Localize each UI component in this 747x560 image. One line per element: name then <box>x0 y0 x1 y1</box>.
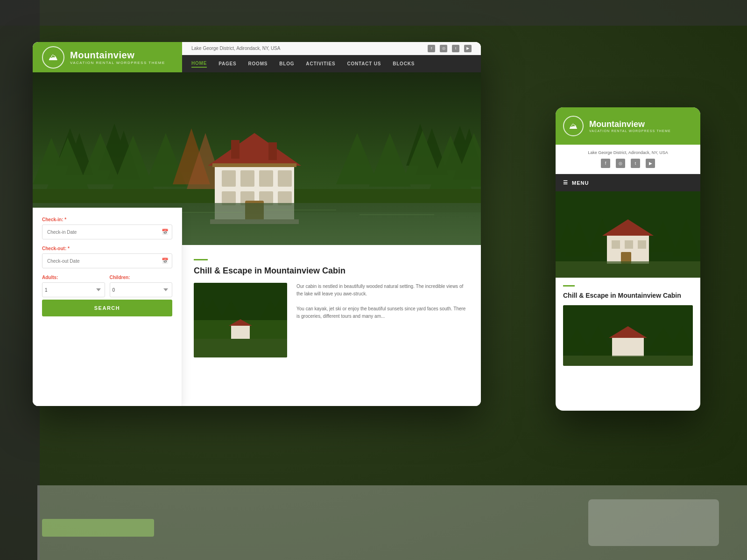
twitter-icon[interactable]: t <box>452 45 459 52</box>
svg-rect-60 <box>612 240 620 249</box>
mobile-content-title: Chill & Escape in Mountainview Cabin <box>563 291 693 300</box>
mobile-header: ⛰ Mountainview VACATION RENTAL WORDPRESS… <box>556 107 700 145</box>
mobile-twitter-icon[interactable]: t <box>631 159 640 168</box>
checkin-input[interactable] <box>42 224 172 239</box>
adults-label: Adults: <box>42 275 105 280</box>
mobile-content-image <box>563 305 693 366</box>
mobile-location: Lake George District, Adirondack, NY, US… <box>563 150 693 155</box>
mobile-brand-tagline: VACATION RENTAL WORDPRESS THEME <box>589 129 671 133</box>
content-title: Chill & Escape in Mountainview Cabin <box>194 266 469 276</box>
svg-rect-23 <box>222 170 236 187</box>
accent-bar <box>194 259 208 260</box>
svg-rect-62 <box>638 240 646 249</box>
mobile-accent-bar <box>563 285 575 287</box>
adults-col: Adults: 1 2 3 4 <box>42 275 105 297</box>
desktop-header: ⛰ Mountainview VACATION RENTAL WORDPRESS… <box>33 42 481 72</box>
svg-rect-24 <box>240 170 254 187</box>
bg-mobile-bottom <box>588 499 719 546</box>
checkin-input-wrap: 📅 <box>42 224 172 239</box>
bg-topbar <box>0 0 747 26</box>
mobile-topbar: Lake George District, Adirondack, NY, US… <box>556 145 700 174</box>
svg-rect-26 <box>278 170 292 187</box>
checkout-group: Check-out: * 📅 <box>42 246 172 268</box>
svg-rect-64 <box>556 261 700 278</box>
svg-rect-32 <box>231 140 240 159</box>
mobile-youtube-icon[interactable]: ▶ <box>646 159 655 168</box>
desktop-content-section: Check-in: * 📅 Check-out: * 📅 <box>33 245 481 406</box>
calendar-icon: 📅 <box>162 229 169 235</box>
facebook-icon[interactable]: f <box>428 45 435 52</box>
content-para-2: You can kayak, jet ski or enjoy the beau… <box>296 305 469 320</box>
nav-item-rooms[interactable]: ROOMS <box>248 60 268 67</box>
svg-rect-49 <box>231 325 250 339</box>
social-links: f ◎ t ▶ <box>428 45 472 52</box>
nav-item-blocks[interactable]: BLOCKS <box>393 60 415 67</box>
mobile-facebook-icon[interactable]: f <box>601 159 610 168</box>
logo-text-group: Mountainview VACATION RENTAL WORDPRESS T… <box>70 50 165 65</box>
menu-label: MENU <box>572 180 589 186</box>
instagram-icon[interactable]: ◎ <box>440 45 447 52</box>
mobile-nav-bar[interactable]: ☰ MENU <box>556 174 700 191</box>
content-para-1: Our cabin is nestled in beautifully wood… <box>296 283 469 298</box>
svg-rect-72 <box>563 356 693 366</box>
checkout-label: Check-out: * <box>42 246 172 251</box>
hamburger-icon: ☰ <box>563 180 568 186</box>
mobile-brand-name: Mountainview <box>589 119 671 129</box>
desktop-logo-area: ⛰ Mountainview VACATION RENTAL WORDPRESS… <box>33 42 182 72</box>
mobile-instagram-icon[interactable]: ◎ <box>616 159 625 168</box>
content-body: Our cabin is nestled in beautifully wood… <box>194 283 469 357</box>
brand-tagline: VACATION RENTAL WORDPRESS THEME <box>70 61 165 65</box>
nav-item-contact[interactable]: CONTACT US <box>347 60 381 67</box>
children-label: Children: <box>110 275 173 280</box>
content-text: Our cabin is nestled in beautifully wood… <box>296 283 469 357</box>
checkin-label: Check-in: * <box>42 217 172 222</box>
nav-item-pages[interactable]: PAGES <box>218 60 236 67</box>
svg-rect-51 <box>194 339 287 357</box>
svg-rect-36 <box>212 163 296 167</box>
nav-item-blog[interactable]: BLOG <box>279 60 294 67</box>
svg-rect-61 <box>625 240 633 249</box>
booking-form: Check-in: * 📅 Check-out: * 📅 <box>33 208 182 406</box>
adults-select[interactable]: 1 2 3 4 <box>42 282 105 297</box>
desktop-nav-menu: HOME PAGES ROOMS BLOG ACTIVITIES CONTACT… <box>182 55 481 72</box>
brand-name: Mountainview <box>70 50 165 61</box>
mobile-logo-icon: ⛰ <box>563 116 584 136</box>
calendar-icon-2: 📅 <box>162 258 169 264</box>
desktop-mockup: ⛰ Mountainview VACATION RENTAL WORDPRESS… <box>33 42 481 406</box>
content-image <box>194 283 287 357</box>
children-col: Children: 0 1 2 3 <box>110 275 173 297</box>
svg-rect-25 <box>259 170 273 187</box>
nav-item-home[interactable]: HOME <box>191 60 207 68</box>
svg-rect-70 <box>612 338 644 357</box>
content-area: Chill & Escape in Mountainview Cabin <box>182 245 481 406</box>
location-text: Lake George District, Adirondack, NY, US… <box>191 46 280 51</box>
logo-icon: ⛰ <box>42 46 64 69</box>
nav-item-activities[interactable]: ACTIVITIES <box>306 60 335 67</box>
mobile-mockup: ⛰ Mountainview VACATION RENTAL WORDPRESS… <box>556 107 700 411</box>
mobile-hero <box>556 191 700 278</box>
desktop-topbar: Lake George District, Adirondack, NY, US… <box>182 42 481 55</box>
checkout-input-wrap: 📅 <box>42 253 172 268</box>
youtube-icon[interactable]: ▶ <box>464 45 472 52</box>
desktop-nav-area: Lake George District, Adirondack, NY, US… <box>182 42 481 72</box>
guests-row: Adults: 1 2 3 4 Children: 0 1 <box>42 275 172 297</box>
svg-rect-33 <box>268 142 277 160</box>
mobile-content: Chill & Escape in Mountainview Cabin <box>556 278 700 373</box>
children-select[interactable]: 0 1 2 3 <box>110 282 173 297</box>
checkout-input[interactable] <box>42 253 172 268</box>
mobile-social: f ◎ t ▶ <box>563 159 693 168</box>
search-button[interactable]: SEARCH <box>42 300 172 316</box>
mobile-logo-text: Mountainview VACATION RENTAL WORDPRESS T… <box>589 119 671 133</box>
checkin-group: Check-in: * 📅 <box>42 217 172 239</box>
